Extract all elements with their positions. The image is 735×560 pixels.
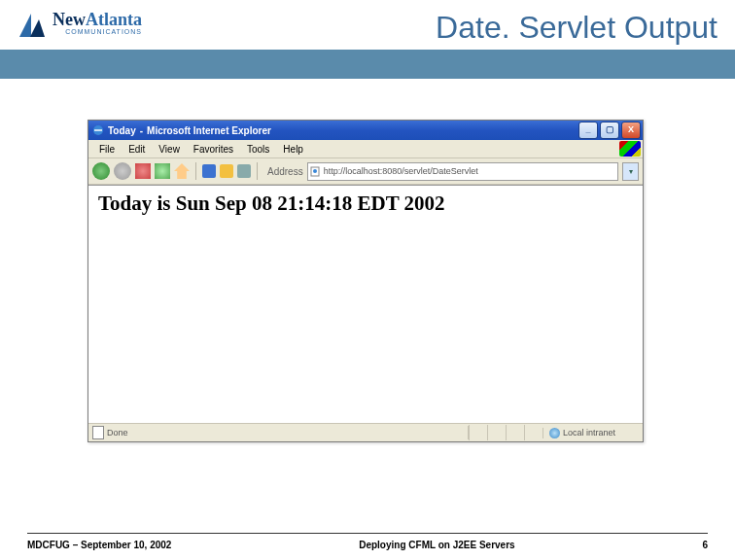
status-left: Done [88,426,469,439]
forward-button-icon[interactable] [114,162,131,180]
refresh-button-icon[interactable] [155,163,170,179]
menu-favorites[interactable]: Favorites [187,142,240,157]
ie-page-title: Today [108,125,136,136]
status-segment [506,425,524,440]
slide-title: Date. Servlet Output [436,10,718,46]
slide-content: Today - Microsoft Internet Explorer _ ▢ … [0,79,735,442]
logo-subtext: COMMUNICATIONS [52,28,142,35]
footer-left: MDCFUG – September 10, 2002 [27,540,171,550]
history-button-icon[interactable] [237,164,251,178]
document-icon [92,426,104,439]
address-bar[interactable]: http://localhost:8080/servlet/DateServle… [307,162,618,181]
logo-text-block: NewAtlanta COMMUNICATIONS [52,10,142,35]
back-button-icon[interactable] [92,162,110,180]
zone-text: Local intranet [563,428,615,438]
ie-titlebar[interactable]: Today - Microsoft Internet Explorer _ ▢ … [88,121,643,140]
ie-menubar: File Edit View Favorites Tools Help [88,140,643,158]
status-text: Done [107,428,128,438]
svg-marker-1 [30,19,45,37]
maximize-button[interactable]: ▢ [600,122,619,139]
ie-app-name: Microsoft Internet Explorer [147,125,271,136]
status-segment [487,425,506,440]
status-segment [524,425,542,440]
footer-center: Deploying CFML on J2EE Servers [171,540,702,550]
menu-file[interactable]: File [92,142,122,157]
page-body-text: Today is Sun Sep 08 21:14:18 EDT 2002 [98,192,633,216]
home-button-icon[interactable] [174,163,190,179]
slide-header: NewAtlanta COMMUNICATIONS Date. Servlet … [0,0,735,50]
header-divider-bar [0,50,735,79]
svg-marker-0 [19,14,31,37]
status-zone: Local intranet [542,428,643,438]
search-button-icon[interactable] [202,164,216,178]
address-dropdown-icon[interactable]: ▾ [622,162,639,181]
slide-footer: MDCFUG – September 10, 2002 Deploying CF… [27,533,708,550]
menu-tools[interactable]: Tools [240,142,276,157]
address-label: Address [267,166,303,177]
browser-content-area: Today is Sun Sep 08 21:14:18 EDT 2002 [88,185,643,423]
minimize-button[interactable]: _ [578,122,598,139]
ie-browser-window: Today - Microsoft Internet Explorer _ ▢ … [88,120,644,442]
footer-page-number: 6 [702,540,708,550]
ie-titlebar-left: Today - Microsoft Internet Explorer [92,124,271,136]
ie-app-icon [92,124,104,136]
logo-word-1: New [52,10,86,29]
toolbar-separator-2 [257,162,258,180]
ie-toolbar: Address http://localhost:8080/servlet/Da… [88,158,643,185]
window-controls: _ ▢ X [578,122,641,139]
favorites-button-icon[interactable] [220,164,233,178]
svg-point-4 [313,169,317,173]
logo-mark-icon [18,10,47,39]
company-logo: NewAtlanta COMMUNICATIONS [18,10,142,39]
address-url: http://localhost:8080/servlet/DateServle… [324,166,478,176]
stop-button-icon[interactable] [135,163,151,179]
zone-icon [549,428,560,438]
close-button[interactable]: X [621,122,641,139]
menu-help[interactable]: Help [276,142,310,157]
logo-text: NewAtlanta [52,10,142,30]
ie-title-sep: - [140,125,143,136]
page-icon [310,166,321,177]
status-segment [469,425,487,440]
ie-statusbar: Done Local intranet [88,423,643,441]
logo-word-2: Atlanta [86,10,142,29]
menu-view[interactable]: View [152,142,187,157]
menu-edit[interactable]: Edit [122,142,152,157]
windows-flag-icon [619,141,641,157]
toolbar-separator [195,162,196,180]
